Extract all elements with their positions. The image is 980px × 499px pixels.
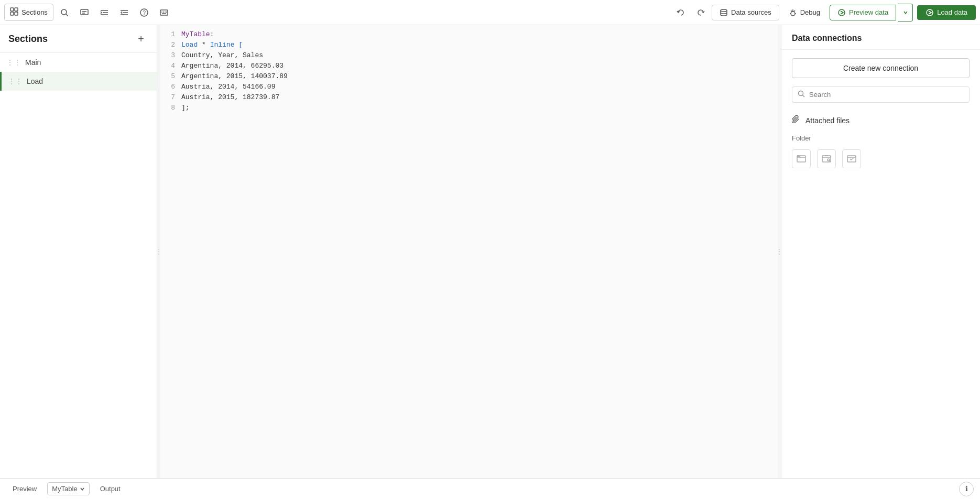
svg-point-4 [61, 9, 67, 15]
drag-handle-main: ⋮⋮ [6, 58, 21, 67]
preview-data-button[interactable]: Preview data [830, 5, 896, 20]
svg-line-33 [803, 95, 805, 97]
svg-rect-2 [10, 12, 14, 15]
line-code[interactable]: ]; [181, 103, 778, 113]
paperclip-icon [792, 115, 800, 126]
main-layout: Sections + ⋮⋮ Main ⋮⋮ Load 1MyTable:2Loa… [0, 25, 980, 478]
table-name: MyTable [52, 485, 77, 493]
editor-area[interactable]: 1MyTable:2Load * Inline [3Country, Year,… [160, 25, 778, 478]
svg-text:?: ? [143, 10, 146, 16]
code-line: 8]; [160, 103, 778, 113]
search-icon [798, 90, 805, 99]
sections-button[interactable]: Sections [4, 4, 53, 21]
folder-icon-1[interactable] [792, 149, 811, 168]
line-code[interactable]: MyTable: [181, 29, 778, 40]
output-tab[interactable]: Output [94, 482, 127, 496]
preview-tab-label: Preview [13, 485, 37, 493]
svg-rect-0 [10, 8, 14, 11]
code-line: 1MyTable: [160, 29, 778, 40]
debug-button[interactable]: Debug [781, 5, 827, 20]
load-data-button[interactable]: Load data [917, 5, 976, 20]
svg-rect-6 [81, 9, 88, 15]
sidebar-item-main[interactable]: ⋮⋮ Main [0, 53, 157, 72]
toolbar: Sections ? [0, 0, 980, 25]
help-button[interactable]: ? [135, 4, 153, 21]
svg-point-24 [791, 12, 795, 16]
folder-icon-3[interactable] [842, 149, 861, 168]
keyboard-button[interactable] [155, 4, 173, 21]
svg-line-5 [66, 14, 68, 16]
line-number: 6 [160, 82, 181, 92]
info-icon: ℹ [965, 485, 968, 493]
line-code[interactable]: Argentina, 2014, 66295.03 [181, 61, 778, 71]
folder-icon-2[interactable] [817, 149, 836, 168]
svg-rect-17 [160, 10, 168, 15]
right-panel: Data connections Create new connection A… [781, 25, 980, 478]
preview-data-label: Preview data [849, 8, 888, 16]
line-number: 4 [160, 61, 181, 71]
sidebar: Sections + ⋮⋮ Main ⋮⋮ Load [0, 25, 157, 478]
code-line: 4Argentina, 2014, 66295.03 [160, 61, 778, 71]
folder-icons [781, 147, 980, 170]
code-line: 6Austria, 2014, 54166.09 [160, 82, 778, 92]
info-button[interactable]: ℹ [959, 482, 974, 496]
redo-button[interactable] [692, 4, 710, 21]
folder-label: Folder [781, 132, 980, 147]
right-panel-title: Data connections [781, 25, 980, 50]
preview-tab[interactable]: Preview [6, 482, 43, 496]
outdent-button[interactable] [115, 4, 133, 21]
sidebar-header: Sections + [0, 25, 157, 53]
line-code[interactable]: Austria, 2014, 54166.09 [181, 82, 778, 92]
svg-point-23 [721, 9, 727, 12]
indent-button[interactable] [95, 4, 113, 21]
line-number: 5 [160, 71, 181, 82]
table-selector[interactable]: MyTable [47, 482, 89, 495]
code-line: 2Load * Inline [ [160, 40, 778, 50]
line-code[interactable]: Austria, 2015, 182739.87 [181, 92, 778, 103]
svg-rect-38 [847, 156, 856, 162]
sections-icon [10, 7, 18, 17]
code-line: 5Argentina, 2015, 140037.89 [160, 71, 778, 82]
line-number: 2 [160, 40, 181, 50]
line-code[interactable]: Load * Inline [ [181, 40, 778, 50]
line-number: 1 [160, 29, 181, 40]
svg-line-26 [791, 10, 792, 12]
svg-line-37 [829, 160, 830, 161]
sections-label: Sections [21, 8, 48, 16]
undo-button[interactable] [672, 4, 690, 21]
editor-content: 1MyTable:2Load * Inline [3Country, Year,… [160, 25, 778, 478]
line-number: 7 [160, 92, 181, 103]
load-data-label: Load data [937, 8, 967, 16]
svg-rect-1 [15, 8, 18, 11]
sidebar-item-load[interactable]: ⋮⋮ Load [0, 72, 157, 91]
line-number: 8 [160, 103, 181, 113]
output-tab-label: Output [100, 485, 121, 493]
search-toolbar-button[interactable] [56, 4, 73, 21]
svg-rect-3 [15, 12, 18, 15]
comment-button[interactable] [75, 4, 93, 21]
sidebar-item-label-load: Load [27, 77, 150, 85]
attached-files-section: Attached files [781, 111, 980, 132]
line-number: 3 [160, 50, 181, 61]
bottom-bar: Preview MyTable Output ℹ [0, 478, 980, 499]
add-section-button[interactable]: + [134, 31, 148, 46]
code-line: 7Austria, 2015, 182739.87 [160, 92, 778, 103]
preview-data-chevron[interactable] [898, 4, 913, 21]
sidebar-item-label-main: Main [25, 58, 150, 67]
create-connection-button[interactable]: Create new connection [792, 58, 970, 78]
attached-files-label: Attached files [805, 116, 850, 125]
create-connection-label: Create new connection [843, 64, 918, 72]
sidebar-title: Sections [8, 34, 48, 45]
svg-line-27 [794, 10, 795, 12]
debug-label: Debug [800, 8, 820, 16]
drag-handle-load: ⋮⋮ [8, 77, 23, 85]
data-sources-button[interactable]: Data sources [712, 5, 779, 20]
svg-point-32 [799, 91, 803, 96]
line-code[interactable]: Argentina, 2015, 140037.89 [181, 71, 778, 82]
data-sources-label: Data sources [731, 8, 771, 16]
line-code[interactable]: Country, Year, Sales [181, 50, 778, 61]
search-input[interactable] [809, 91, 964, 99]
search-box [792, 86, 970, 103]
code-line: 3Country, Year, Sales [160, 50, 778, 61]
